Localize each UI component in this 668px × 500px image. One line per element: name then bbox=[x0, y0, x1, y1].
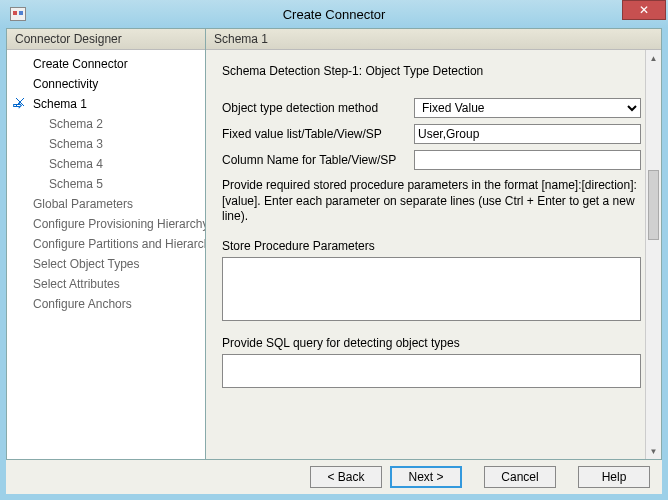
back-button[interactable]: < Back bbox=[310, 466, 382, 488]
sidebar-item-schema-5[interactable]: Schema 5 bbox=[7, 174, 205, 194]
sidebar-item-label: Select Object Types bbox=[33, 257, 140, 271]
row-detection-method: Object type detection method Fixed Value bbox=[222, 98, 641, 118]
textarea-sp-params[interactable] bbox=[222, 257, 641, 321]
scroll-down-icon[interactable]: ▼ bbox=[646, 443, 661, 459]
sidebar-item-schema-2[interactable]: Schema 2 bbox=[7, 114, 205, 134]
app-icon bbox=[10, 7, 26, 21]
main-panel: Schema 1 Schema Detection Step-1: Object… bbox=[206, 28, 662, 460]
scrollbar-vertical[interactable]: ▲ ▼ bbox=[645, 50, 661, 459]
next-button[interactable]: Next > bbox=[390, 466, 462, 488]
content-row: Connector Designer Create ConnectorConne… bbox=[6, 28, 662, 460]
sidebar-item-label: Configure Provisioning Hierarchy bbox=[33, 217, 205, 231]
window: Create Connector ✕ Connector Designer Cr… bbox=[0, 0, 668, 500]
label-detection-method: Object type detection method bbox=[222, 101, 414, 115]
sidebar-item-schema-4[interactable]: Schema 4 bbox=[7, 154, 205, 174]
sidebar-item-label: Configure Anchors bbox=[33, 297, 132, 311]
titlebar[interactable]: Create Connector ✕ bbox=[0, 0, 668, 28]
sidebar-item-label: Schema 5 bbox=[49, 177, 103, 191]
arrow-right-icon: ⇨ bbox=[13, 97, 22, 113]
sidebar-item-label: Global Parameters bbox=[33, 197, 133, 211]
row-fixed-value: Fixed value list/Table/View/SP bbox=[222, 124, 641, 144]
scroll-up-icon[interactable]: ▲ bbox=[646, 50, 661, 66]
sidebar-item-label: Schema 1 bbox=[33, 97, 87, 111]
button-bar: < Back Next > Cancel Help bbox=[6, 460, 662, 494]
sidebar-item-configure-provisioning-hierarchy[interactable]: Configure Provisioning Hierarchy bbox=[7, 214, 205, 234]
panel-scroll: Schema Detection Step-1: Object Type Det… bbox=[222, 64, 641, 445]
panel-header: Schema 1 bbox=[206, 29, 661, 50]
textarea-sql-query[interactable] bbox=[222, 354, 641, 388]
close-icon: ✕ bbox=[639, 3, 649, 17]
sidebar-item-global-parameters[interactable]: Global Parameters bbox=[7, 194, 205, 214]
sidebar-item-schema-1[interactable]: ⇨Schema 1 bbox=[7, 94, 205, 114]
label-sql-query: Provide SQL query for detecting object t… bbox=[222, 336, 641, 350]
sidebar-item-configure-partitions-and-hierarchies[interactable]: Configure Partitions and Hierarchies bbox=[7, 234, 205, 254]
panel-body: Schema Detection Step-1: Object Type Det… bbox=[206, 50, 661, 459]
sidebar-items: Create ConnectorConnectivity⇨Schema 1Sch… bbox=[7, 50, 205, 459]
window-title: Create Connector bbox=[0, 7, 668, 22]
cancel-button[interactable]: Cancel bbox=[484, 466, 556, 488]
sidebar-item-create-connector[interactable]: Create Connector bbox=[7, 54, 205, 74]
help-button[interactable]: Help bbox=[578, 466, 650, 488]
row-column-name: Column Name for Table/View/SP bbox=[222, 150, 641, 170]
sidebar-item-schema-3[interactable]: Schema 3 bbox=[7, 134, 205, 154]
sidebar-item-select-object-types[interactable]: Select Object Types bbox=[7, 254, 205, 274]
sidebar-item-label: Connectivity bbox=[33, 77, 98, 91]
sidebar-item-label: Select Attributes bbox=[33, 277, 120, 291]
sidebar-item-label: Schema 4 bbox=[49, 157, 103, 171]
sidebar-item-label: Schema 3 bbox=[49, 137, 103, 151]
scroll-thumb[interactable] bbox=[648, 170, 659, 240]
sidebar-item-label: Create Connector bbox=[33, 57, 128, 71]
input-fixed-value[interactable] bbox=[414, 124, 641, 144]
label-column-name: Column Name for Table/View/SP bbox=[222, 153, 414, 167]
sidebar-item-configure-anchors[interactable]: Configure Anchors bbox=[7, 294, 205, 314]
label-fixed-value: Fixed value list/Table/View/SP bbox=[222, 127, 414, 141]
dialog-body: Connector Designer Create ConnectorConne… bbox=[6, 28, 662, 494]
help-text: Provide required stored procedure parame… bbox=[222, 178, 641, 225]
sidebar-header: Connector Designer bbox=[7, 29, 205, 50]
label-sp-params: Store Procedure Parameters bbox=[222, 239, 641, 253]
input-column-name[interactable] bbox=[414, 150, 641, 170]
sidebar: Connector Designer Create ConnectorConne… bbox=[6, 28, 206, 460]
sidebar-item-select-attributes[interactable]: Select Attributes bbox=[7, 274, 205, 294]
sidebar-item-label: Schema 2 bbox=[49, 117, 103, 131]
step-title: Schema Detection Step-1: Object Type Det… bbox=[222, 64, 641, 78]
select-detection-method[interactable]: Fixed Value bbox=[414, 98, 641, 118]
close-button[interactable]: ✕ bbox=[622, 0, 666, 20]
sidebar-item-connectivity[interactable]: Connectivity bbox=[7, 74, 205, 94]
sidebar-item-label: Configure Partitions and Hierarchies bbox=[33, 237, 205, 251]
